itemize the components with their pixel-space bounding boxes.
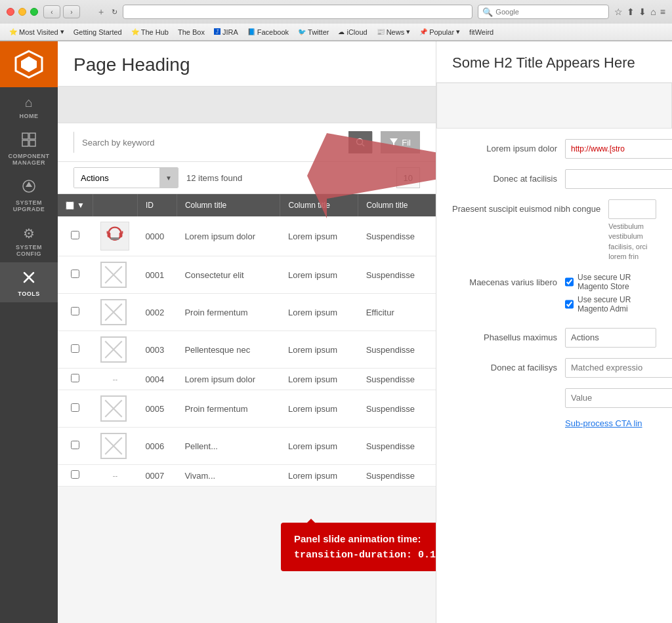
bookmark-twitter[interactable]: 🐦 Twitter (294, 27, 333, 37)
row-checkbox[interactable] (71, 344, 79, 353)
minimize-button[interactable] (18, 8, 26, 16)
table-row: 0001 Consectetur elit Lorem ipsum Suspen… (58, 256, 436, 294)
row-col2: Lorem ipsum (280, 369, 358, 390)
filter-button[interactable]: Fil (381, 131, 420, 153)
form-row-maecenas: Maecenas varius libero Use secure UR Mag… (452, 273, 656, 317)
bookmarks-bar: ⭐ Most Visited ▾ Getting Started ⭐ The H… (0, 24, 672, 41)
row-checkbox[interactable] (71, 374, 79, 382)
sidebar-item-system-upgrade[interactable]: SYSTEM UPGRADE (0, 171, 58, 218)
bookmark-facebook[interactable]: 📘 Facebook (243, 27, 293, 37)
row-checkbox[interactable] (71, 231, 79, 239)
menu-icon[interactable]: ≡ (660, 7, 665, 17)
row-col2: Lorem ipsum (280, 428, 358, 465)
google-search-input[interactable] (495, 8, 604, 16)
bookmark-jira[interactable]: 🅹 JIRA (210, 27, 242, 37)
bookmark-label: Twitter (308, 28, 329, 36)
toolbar: Fil (58, 123, 436, 162)
bookmark-label: The Hub (141, 28, 169, 36)
bookmark-getting-started[interactable]: Getting Started (70, 27, 126, 37)
select-all-arrow[interactable]: ▼ (77, 201, 85, 210)
bookmark-the-hub[interactable]: ⭐ The Hub (127, 27, 173, 37)
nav-buttons: ‹ › (43, 5, 80, 18)
traffic-lights (7, 8, 38, 16)
bookmark-popular[interactable]: 📌 Popular ▾ (415, 26, 464, 37)
address-bar: ↻ (109, 5, 472, 19)
forward-button[interactable]: › (63, 5, 80, 18)
bookmark-label: Getting Started (74, 28, 122, 36)
secure-url-admin-checkbox[interactable] (565, 300, 574, 309)
form-row-value (452, 388, 656, 408)
select-all-checkbox[interactable] (66, 201, 74, 210)
panel-gray-area (436, 83, 672, 129)
bookmark-most-visited[interactable]: ⭐ Most Visited ▾ (5, 26, 68, 37)
row-col3: Suspendisse (358, 369, 436, 390)
close-button[interactable] (7, 8, 14, 16)
share-icon[interactable]: ⬆ (627, 7, 635, 17)
id-column-header[interactable]: ID (137, 194, 177, 216)
back-button[interactable]: ‹ (43, 5, 60, 18)
table-row: -- 0004 Lorem ipsum dolor Lorem ipsum Su… (58, 369, 436, 390)
bookmark-fitweird[interactable]: fitWeird (465, 27, 497, 37)
row-checkbox[interactable] (71, 270, 79, 278)
row-checkbox[interactable] (71, 403, 79, 412)
row-id: 0002 (137, 294, 177, 331)
browser-search-bar: 🔍 (478, 5, 609, 19)
bookmark-icloud[interactable]: ☁ iCloud (334, 27, 371, 37)
browser-chrome: ‹ › + ↻ 🔍 ☆ ⬆ ⬇ ⌂ ≡ ⭐ Most Visited ▾ Get… (0, 0, 672, 41)
row-col3: Suspendisse (358, 465, 436, 487)
actions-dropdown-arrow[interactable]: ▼ (159, 167, 178, 188)
home-icon[interactable]: ⌂ (650, 7, 656, 17)
items-found: 12 items found (186, 173, 242, 183)
sidebar-item-component-manager[interactable]: COMPONENT MANAGER (0, 125, 58, 171)
actions-dropdown[interactable]: Actions (74, 167, 159, 188)
placeholder-image (100, 395, 127, 422)
data-table-container: ▼ ID Column title Column title Column ti… (58, 194, 436, 487)
page-title: Page Heading (74, 54, 420, 86)
placeholder-image (100, 336, 127, 363)
url-input[interactable] (123, 5, 472, 19)
col1-header[interactable]: Column title (177, 194, 280, 216)
sidebar-item-home[interactable]: ⌂ HOME (0, 87, 58, 125)
row-checkbox[interactable] (71, 470, 79, 479)
svg-point-10 (357, 139, 363, 145)
col3-header[interactable]: Column title (358, 194, 436, 216)
row-col3: Suspendisse (358, 331, 436, 369)
title-bar: ‹ › + ↻ 🔍 ☆ ⬆ ⬇ ⌂ ≡ (0, 0, 672, 24)
field-label-donec: Donec at facilisis (452, 169, 557, 185)
row-col1: Pellent... (177, 428, 280, 465)
bookmark-label: News (387, 28, 405, 36)
donec-field[interactable] (565, 169, 672, 189)
url-field[interactable] (565, 139, 672, 159)
value-field[interactable] (565, 388, 672, 408)
sidebar-label-system-config: SYSTEM CONFIG (3, 244, 55, 257)
search-button[interactable] (348, 131, 372, 153)
bookmark-icon[interactable]: ☆ (614, 7, 623, 17)
matched-expression-field[interactable] (565, 358, 672, 378)
select-all-header[interactable]: ▼ (58, 194, 93, 216)
form-row-donec: Donec at facilisis (452, 169, 656, 189)
row-id: 0000 (137, 216, 177, 256)
phasellus-select[interactable]: Actions (565, 328, 656, 348)
right-panel: Some H2 Title Appears Here Lorem ipsum d… (436, 41, 672, 623)
reload-button[interactable]: ↻ (109, 7, 120, 18)
new-tab-button[interactable]: + (98, 7, 104, 17)
sidebar-item-system-config[interactable]: ⚙ SYSTEM CONFIG (0, 218, 58, 262)
bookmark-the-box[interactable]: The Box (174, 27, 209, 37)
col2-header[interactable]: Column title (280, 194, 358, 216)
sidebar-label-tools: TOOLS (18, 291, 39, 297)
sidebar-item-tools[interactable]: TOOLS (0, 262, 58, 302)
content-area: Page Heading Fil Actions ▼ (58, 41, 436, 623)
bookmark-news[interactable]: 📰 News ▾ (373, 26, 415, 37)
row-checkbox[interactable] (71, 307, 79, 315)
per-page-selector[interactable]: 10 (396, 167, 420, 188)
panel-title: Some H2 Title Appears Here (436, 41, 672, 83)
search-input[interactable] (74, 131, 348, 153)
app-logo[interactable] (0, 41, 58, 87)
row-checkbox[interactable] (71, 441, 79, 449)
download-icon[interactable]: ⬇ (639, 7, 646, 17)
maximize-button[interactable] (30, 8, 38, 16)
secure-url-store-checkbox[interactable] (565, 277, 574, 287)
praesent-field[interactable] (608, 199, 656, 219)
row-col3: Suspendisse (358, 256, 436, 294)
sub-process-link[interactable]: Sub-process CTA lin (565, 418, 642, 428)
